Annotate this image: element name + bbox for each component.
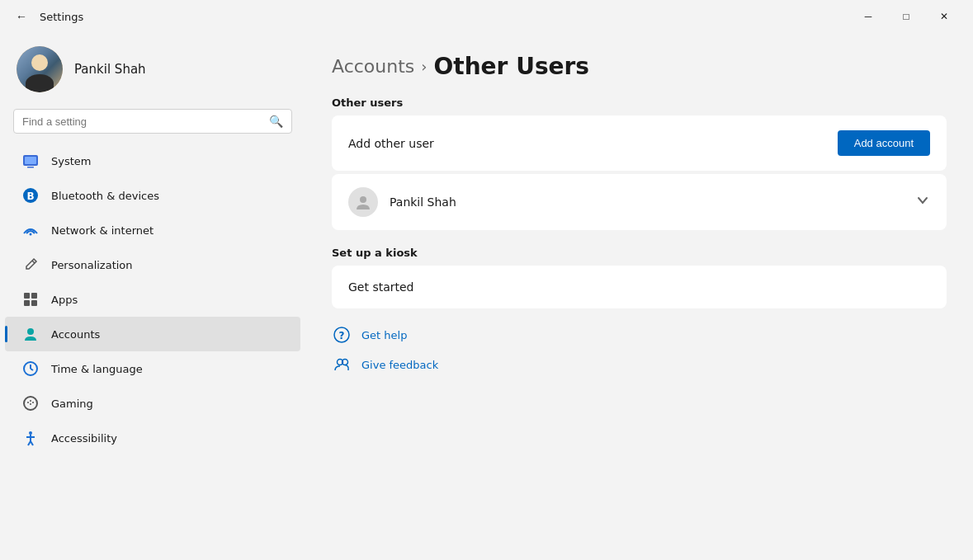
get-help-label: Get help (361, 329, 407, 341)
sidebar-item-label-network: Network & internet (51, 224, 154, 237)
svg-rect-6 (24, 293, 30, 299)
avatar (17, 46, 63, 92)
personalization-icon (21, 256, 40, 274)
svg-text:?: ? (339, 330, 345, 341)
svg-point-24 (360, 196, 366, 203)
sidebar-item-accounts[interactable]: Accounts (5, 317, 300, 351)
system-icon (21, 152, 40, 170)
other-users-section-label: Other users (332, 96, 947, 109)
give-feedback-icon (332, 355, 352, 374)
gaming-icon (21, 394, 40, 412)
sidebar-item-label-time: Time & language (51, 363, 143, 375)
svg-text:B: B (26, 191, 34, 202)
svg-point-17 (30, 400, 31, 402)
sidebar-item-bluetooth[interactable]: B Bluetooth & devices (5, 178, 300, 213)
svg-rect-2 (25, 157, 36, 164)
get-started-label: Get started (348, 280, 414, 294)
sidebar-item-label-gaming: Gaming (51, 398, 93, 410)
time-icon (21, 360, 40, 378)
sidebar-item-accessibility[interactable]: Accessibility (5, 421, 300, 455)
avatar-image (17, 46, 63, 92)
svg-line-23 (31, 441, 33, 445)
search-box[interactable]: 🔍 (13, 109, 292, 134)
sidebar-item-system[interactable]: System (5, 144, 300, 178)
get-help-icon: ? (332, 325, 352, 345)
svg-rect-7 (31, 293, 37, 299)
svg-rect-8 (24, 300, 30, 306)
give-feedback-link[interactable]: Give feedback (332, 351, 947, 378)
give-feedback-label: Give feedback (361, 359, 438, 371)
sidebar-item-label-apps: Apps (51, 294, 78, 306)
window-controls: ─ □ ✕ (849, 3, 963, 30)
svg-rect-1 (27, 167, 34, 168)
add-account-button[interactable]: Add account (838, 130, 930, 156)
bluetooth-icon: B (21, 186, 40, 205)
kiosk-section-label: Set up a kiosk (332, 247, 947, 259)
sidebar-item-label-accessibility: Accessibility (51, 432, 117, 445)
sidebar-item-label-bluetooth: Bluetooth & devices (51, 190, 159, 202)
app-body: Pankil Shah 🔍 System (0, 33, 973, 560)
user-row-name: Pankil Shah (390, 195, 456, 209)
user-card: Pankil Shah (332, 174, 947, 230)
sidebar-user-name: Pankil Shah (74, 62, 146, 77)
network-icon (21, 221, 40, 239)
kiosk-card: Get started (332, 266, 947, 308)
user-avatar-icon (348, 187, 378, 217)
back-button[interactable]: ← (10, 5, 33, 28)
main-content: Accounts › Other Users Other users Add o… (305, 33, 973, 560)
svg-line-13 (31, 369, 33, 370)
user-row-left: Pankil Shah (348, 187, 456, 217)
user-profile: Pankil Shah (0, 33, 305, 109)
svg-point-16 (32, 402, 34, 403)
sidebar-item-label-personalization: Personalization (51, 259, 133, 271)
sidebar-item-label-accounts: Accounts (51, 328, 100, 341)
sidebar-item-time[interactable]: Time & language (5, 351, 300, 386)
search-icon: 🔍 (269, 115, 283, 128)
close-button[interactable]: ✕ (925, 3, 963, 30)
add-user-row: Add other user Add account (332, 115, 947, 171)
add-other-user-label: Add other user (348, 137, 434, 150)
apps-icon (21, 290, 40, 308)
breadcrumb-separator: › (421, 58, 427, 75)
svg-point-10 (27, 328, 34, 335)
svg-point-15 (27, 402, 29, 403)
help-section: ? Get help Give feedback (332, 322, 947, 378)
maximize-button[interactable]: □ (887, 3, 925, 30)
get-started-row[interactable]: Get started (332, 266, 947, 308)
search-input[interactable] (22, 115, 262, 128)
svg-point-5 (30, 233, 32, 236)
sidebar-item-label-system: System (51, 155, 91, 167)
svg-point-19 (29, 431, 32, 435)
sidebar-item-network[interactable]: Network & internet (5, 213, 300, 247)
kiosk-section-gap: Set up a kiosk Get started (332, 247, 947, 308)
sidebar: Pankil Shah 🔍 System (0, 33, 305, 560)
minimize-button[interactable]: ─ (849, 3, 887, 30)
accounts-icon (21, 325, 40, 343)
svg-point-18 (30, 403, 31, 405)
sidebar-item-apps[interactable]: Apps (5, 282, 300, 317)
add-user-card: Add other user Add account (332, 115, 947, 171)
get-help-link[interactable]: ? Get help (332, 322, 947, 348)
breadcrumb-current: Other Users (434, 53, 590, 80)
titlebar: ← Settings ─ □ ✕ (0, 0, 973, 33)
breadcrumb-parent[interactable]: Accounts (332, 56, 414, 77)
chevron-down-icon (915, 193, 930, 211)
svg-rect-9 (31, 300, 37, 306)
sidebar-item-gaming[interactable]: Gaming (5, 386, 300, 421)
app-title: Settings (40, 11, 83, 23)
nav-list: System B Bluetooth & devices (0, 140, 305, 459)
user-row[interactable]: Pankil Shah (332, 174, 947, 230)
sidebar-item-personalization[interactable]: Personalization (5, 247, 300, 282)
breadcrumb: Accounts › Other Users (332, 53, 947, 80)
accessibility-icon (21, 429, 40, 447)
